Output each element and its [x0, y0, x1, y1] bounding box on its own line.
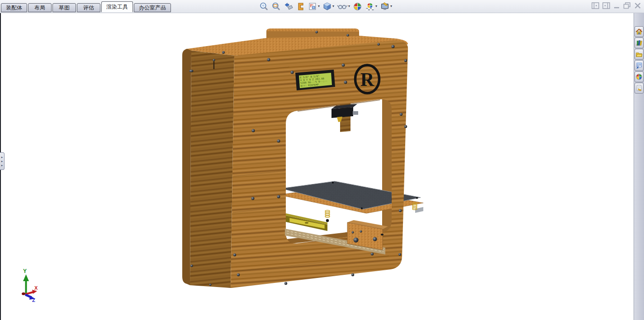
zoom-to-fit-icon [259, 2, 269, 11]
tab-layout[interactable]: 布局 [28, 3, 52, 12]
feature-tree-splitter-handle[interactable]: ▸ ▸ ▸ [0, 152, 5, 170]
zoom-to-area-icon [271, 2, 281, 11]
tab-office-products[interactable]: 办公室产品 [134, 3, 171, 12]
lcd-display: E 5/0° B 5/0° X 0 Y 0 Z 203.00 %100 SD--… [295, 70, 335, 90]
books-icon [635, 39, 643, 47]
home-icon [635, 28, 643, 35]
minimize-button[interactable] [613, 2, 620, 9]
svg-text:Y: Y [23, 268, 27, 274]
dropdown-caret[interactable]: ▾ [375, 5, 377, 8]
view-palette-icon [635, 62, 643, 69]
edit-appearance-button[interactable] [352, 1, 363, 12]
dropdown-caret[interactable]: ▾ [318, 5, 320, 8]
file-explorer-button[interactable] [635, 49, 644, 60]
frame-left-side-panel [190, 51, 234, 288]
section-view-button[interactable] [295, 1, 306, 12]
collapse-right-pane-button[interactable] [602, 2, 610, 9]
splitter-arrow-icon: ▸ [1, 155, 3, 159]
restore-button[interactable] [623, 2, 631, 9]
ribbon-tabs: 装配体 布局 草图 评估 渲染工具 办公室产品 [1, 0, 172, 12]
close-button[interactable] [634, 2, 641, 9]
svg-text:X: X [34, 285, 38, 291]
apply-scene-button[interactable]: ▾ [364, 1, 378, 12]
dropdown-caret[interactable]: ▾ [348, 5, 350, 8]
minimize-icon [613, 2, 620, 9]
tab-assembly[interactable]: 装配体 [1, 3, 27, 12]
close-icon [634, 2, 641, 9]
appearance-ball-icon [635, 73, 643, 80]
custom-properties-button[interactable] [635, 83, 644, 94]
design-library-button[interactable] [635, 38, 644, 48]
appearances-scenes-button[interactable] [635, 71, 644, 82]
display-style-button[interactable]: ▾ [322, 1, 335, 12]
collapse-left-pane-button[interactable] [592, 2, 599, 9]
collapse-left-pane-icon [592, 2, 599, 9]
hide-show-items-button[interactable]: ▾ [336, 1, 351, 12]
dropdown-caret[interactable]: ▾ [332, 5, 334, 8]
model-canvas: E 5/0° B 5/0° X 0 Y 0 Z 203.00 %100 SD--… [0, 0, 644, 320]
view-settings-icon [380, 2, 390, 11]
display-style-icon [322, 2, 332, 11]
inner-right-wall [382, 97, 392, 233]
previous-view-icon [284, 2, 294, 11]
edit-appearance-icon [353, 2, 362, 11]
hide-show-items-icon [337, 2, 348, 11]
section-view-icon [296, 2, 305, 11]
ribbon-bar: 装配体 布局 草图 评估 渲染工具 办公室产品 [0, 0, 644, 13]
dropdown-caret[interactable]: ▾ [390, 5, 392, 8]
tab-sketch[interactable]: 草图 [52, 3, 76, 12]
view-palette-button[interactable] [635, 60, 644, 71]
frame-back-edge-strip [182, 49, 191, 285]
window-controls [592, 2, 641, 9]
view-settings-button[interactable]: ▾ [379, 1, 393, 12]
open-folder-icon [635, 51, 643, 58]
splitter-arrow-icon: ▸ [1, 163, 3, 167]
tab-render-tools[interactable]: 渲染工具 [101, 1, 133, 12]
apply-scene-icon [365, 2, 375, 11]
svg-text:R: R [360, 69, 374, 90]
zoom-to-fit-button[interactable] [258, 1, 270, 12]
svg-text:Z: Z [32, 297, 35, 303]
orientation-triad: Y X Z [22, 268, 38, 303]
task-pane [634, 13, 644, 320]
view-orientation-icon [308, 2, 317, 11]
solidworks-resources-button[interactable] [635, 26, 644, 37]
collapse-right-pane-icon [602, 2, 610, 9]
custom-properties-icon [635, 85, 643, 92]
splitter-arrow-icon: ▸ [1, 159, 3, 163]
zoom-to-area-button[interactable] [270, 1, 282, 12]
previous-view-button[interactable] [283, 1, 294, 12]
view-orientation-button[interactable]: ▾ [307, 1, 321, 12]
printer-model[interactable]: E 5/0° B 5/0° X 0 Y 0 Z 203.00 %100 SD--… [0, 0, 423, 288]
view-toolbar: ▾ ▾ ▾ [258, 1, 393, 11]
bed-spring [325, 210, 330, 217]
tab-evaluate[interactable]: 评估 [77, 3, 100, 12]
restore-icon [623, 2, 631, 9]
